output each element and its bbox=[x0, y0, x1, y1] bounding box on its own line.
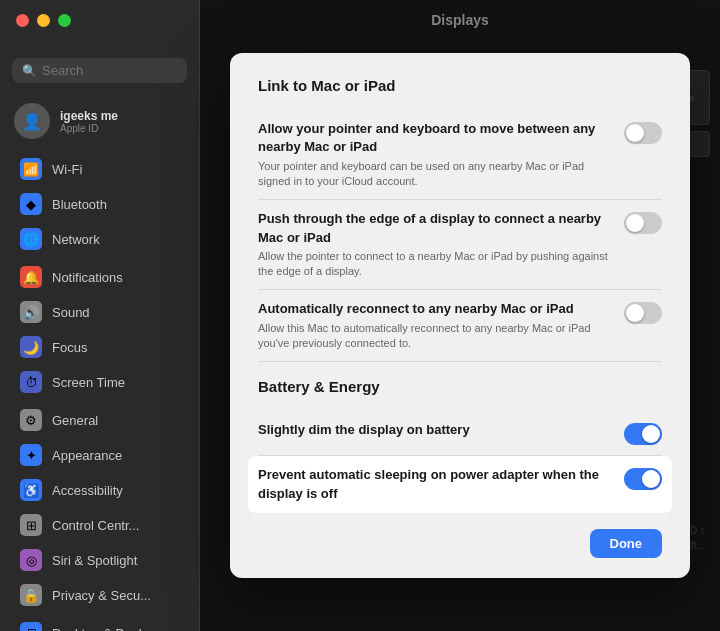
sidebar-item-notifications[interactable]: 🔔 Notifications bbox=[6, 260, 193, 294]
battery-section: Battery & Energy Slightly dim the displa… bbox=[258, 378, 662, 512]
sidebar-section-personal: 🔔 Notifications 🔊 Sound 🌙 Focus ⏱ Screen… bbox=[0, 260, 199, 399]
push-edge-toggle[interactable] bbox=[624, 212, 662, 234]
profile-subtitle: Apple ID bbox=[60, 123, 118, 134]
sidebar-item-privacy[interactable]: 🔒 Privacy & Secu... bbox=[6, 578, 193, 612]
pointer-keyboard-label: Allow your pointer and keyboard to move … bbox=[258, 120, 612, 156]
setting-row-push-edge: Push through the edge of a display to co… bbox=[258, 200, 662, 290]
sidebar-label-focus: Focus bbox=[52, 340, 87, 355]
sidebar-label-privacy: Privacy & Secu... bbox=[52, 588, 151, 603]
sidebar: 🔍 👤 igeeks me Apple ID 📶 Wi-Fi ◆ Bluetoo… bbox=[0, 0, 200, 631]
prevent-sleep-label: Prevent automatic sleeping on power adap… bbox=[258, 466, 612, 502]
accessibility-icon: ♿ bbox=[20, 479, 42, 501]
toggle-knob bbox=[626, 124, 644, 142]
focus-icon: 🌙 bbox=[20, 336, 42, 358]
sidebar-item-general[interactable]: ⚙ General bbox=[6, 403, 193, 437]
main-content: Displays More Space Colour LCD ↕ Night S… bbox=[200, 0, 720, 631]
toggle-knob bbox=[626, 214, 644, 232]
siri-icon: ◎ bbox=[20, 549, 42, 571]
sidebar-item-wifi[interactable]: 📶 Wi-Fi bbox=[6, 152, 193, 186]
auto-reconnect-desc: Allow this Mac to automatically reconnec… bbox=[258, 321, 612, 352]
battery-section-title: Battery & Energy bbox=[258, 378, 662, 395]
sidebar-item-siri[interactable]: ◎ Siri & Spotlight bbox=[6, 543, 193, 577]
sidebar-item-desktop[interactable]: 🖥 Desktop & Dock bbox=[6, 616, 193, 631]
sidebar-item-screentime[interactable]: ⏱ Screen Time bbox=[6, 365, 193, 399]
search-input[interactable] bbox=[42, 63, 177, 78]
sidebar-item-focus[interactable]: 🌙 Focus bbox=[6, 330, 193, 364]
sidebar-label-desktop: Desktop & Dock bbox=[52, 626, 145, 632]
sidebar-label-controlcenter: Control Centr... bbox=[52, 518, 139, 533]
dim-battery-label: Slightly dim the display on battery bbox=[258, 421, 612, 439]
setting-row-prevent-sleep: Prevent automatic sleeping on power adap… bbox=[248, 456, 672, 512]
appearance-icon: ✦ bbox=[20, 444, 42, 466]
avatar: 👤 bbox=[14, 103, 50, 139]
controlcenter-icon: ⊞ bbox=[20, 514, 42, 536]
sidebar-item-accessibility[interactable]: ♿ Accessibility bbox=[6, 473, 193, 507]
privacy-icon: 🔒 bbox=[20, 584, 42, 606]
bluetooth-icon: ◆ bbox=[20, 193, 42, 215]
auto-reconnect-toggle[interactable] bbox=[624, 302, 662, 324]
auto-reconnect-label: Automatically reconnect to any nearby Ma… bbox=[258, 300, 612, 318]
sidebar-label-sound: Sound bbox=[52, 305, 90, 320]
search-icon: 🔍 bbox=[22, 64, 37, 78]
sidebar-label-wifi: Wi-Fi bbox=[52, 162, 82, 177]
sound-icon: 🔊 bbox=[20, 301, 42, 323]
screentime-icon: ⏱ bbox=[20, 371, 42, 393]
wifi-icon: 📶 bbox=[20, 158, 42, 180]
sidebar-label-network: Network bbox=[52, 232, 100, 247]
modal-overlay: Link to Mac or iPad Allow your pointer a… bbox=[200, 0, 720, 631]
close-button[interactable] bbox=[16, 14, 29, 27]
push-edge-desc: Allow the pointer to connect to a nearby… bbox=[258, 249, 612, 280]
sidebar-item-appearance[interactable]: ✦ Appearance bbox=[6, 438, 193, 472]
pointer-keyboard-desc: Your pointer and keyboard can be used on… bbox=[258, 159, 612, 190]
link-section-title: Link to Mac or iPad bbox=[258, 77, 662, 94]
sidebar-label-siri: Siri & Spotlight bbox=[52, 553, 137, 568]
dim-battery-toggle[interactable] bbox=[624, 423, 662, 445]
done-button[interactable]: Done bbox=[590, 529, 663, 558]
notifications-icon: 🔔 bbox=[20, 266, 42, 288]
sidebar-label-accessibility: Accessibility bbox=[52, 483, 123, 498]
sidebar-label-notifications: Notifications bbox=[52, 270, 123, 285]
setting-row-auto-reconnect: Automatically reconnect to any nearby Ma… bbox=[258, 290, 662, 362]
sidebar-label-appearance: Appearance bbox=[52, 448, 122, 463]
sidebar-label-screentime: Screen Time bbox=[52, 375, 125, 390]
push-edge-label: Push through the edge of a display to co… bbox=[258, 210, 612, 246]
pointer-keyboard-toggle[interactable] bbox=[624, 122, 662, 144]
sidebar-section-hardware: 🖥 Desktop & Dock 🖥 Displays 🖼 Wallpaper bbox=[0, 616, 199, 631]
sidebar-item-controlcenter[interactable]: ⊞ Control Centr... bbox=[6, 508, 193, 542]
general-icon: ⚙ bbox=[20, 409, 42, 431]
fullscreen-button[interactable] bbox=[58, 14, 71, 27]
modal-dialog: Link to Mac or iPad Allow your pointer a… bbox=[230, 53, 690, 578]
toggle-knob bbox=[642, 425, 660, 443]
prevent-sleep-toggle[interactable] bbox=[624, 468, 662, 490]
sidebar-section-network: 📶 Wi-Fi ◆ Bluetooth 🌐 Network bbox=[0, 152, 199, 256]
sidebar-section-system: ⚙ General ✦ Appearance ♿ Accessibility ⊞… bbox=[0, 403, 199, 612]
network-icon: 🌐 bbox=[20, 228, 42, 250]
profile-row[interactable]: 👤 igeeks me Apple ID bbox=[0, 95, 199, 151]
setting-row-dim-battery: Slightly dim the display on battery bbox=[258, 411, 662, 456]
setting-row-pointer-keyboard: Allow your pointer and keyboard to move … bbox=[258, 110, 662, 200]
desktop-icon: 🖥 bbox=[20, 622, 42, 631]
sidebar-label-bluetooth: Bluetooth bbox=[52, 197, 107, 212]
sidebar-item-bluetooth[interactable]: ◆ Bluetooth bbox=[6, 187, 193, 221]
modal-footer: Done bbox=[258, 529, 662, 558]
traffic-lights bbox=[16, 14, 71, 27]
toggle-knob bbox=[642, 470, 660, 488]
sidebar-label-general: General bbox=[52, 413, 98, 428]
toggle-knob bbox=[626, 304, 644, 322]
sidebar-item-sound[interactable]: 🔊 Sound bbox=[6, 295, 193, 329]
minimize-button[interactable] bbox=[37, 14, 50, 27]
profile-name: igeeks me bbox=[60, 109, 118, 123]
sidebar-item-network[interactable]: 🌐 Network bbox=[6, 222, 193, 256]
search-bar[interactable]: 🔍 bbox=[12, 58, 187, 83]
